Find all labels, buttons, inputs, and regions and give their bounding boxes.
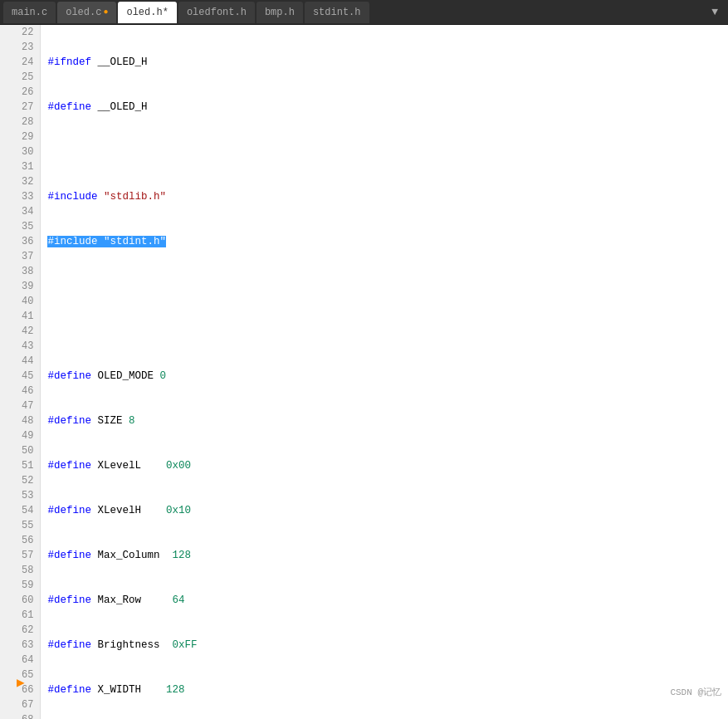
code-content[interactable]: #ifndef __OLED_H #define __OLED_H #inclu… <box>41 25 728 719</box>
code-line-31: #define XLevelL 0x00 <box>47 458 728 473</box>
code-line-35: #define Brightness 0xFF <box>47 638 728 653</box>
tab-label: oled.h* <box>126 7 168 18</box>
code-line-22: #ifndef __OLED_H <box>47 55 728 70</box>
tab-oled-h[interactable]: oled.h* <box>118 2 176 23</box>
code-line-29: #define OLED_MODE 0 <box>47 369 728 384</box>
watermark: CSDN @记忆 <box>670 686 721 698</box>
code-area: 22 23 24 25 26 27 28 29 30 31 32 33 34 3… <box>0 25 728 719</box>
tab-label: bmp.h <box>265 7 295 18</box>
tab-bmp-h[interactable]: bmp.h <box>257 2 303 23</box>
code-line-36: #define X_WIDTH 128 <box>47 682 728 697</box>
code-line-34: #define Max_Row 64 <box>47 593 728 608</box>
tab-dropdown-button[interactable]: ▼ <box>705 6 725 18</box>
code-line-32: #define XLevelH 0x10 <box>47 503 728 518</box>
editor-container: main.c oled.c● oled.h* oledfont.h bmp.h … <box>0 0 728 719</box>
code-line-27 <box>47 279 728 294</box>
tab-label: stdint.h <box>313 7 361 18</box>
tab-main-c[interactable]: main.c <box>3 2 56 23</box>
code-line-25: #include "stdlib.h" <box>47 189 728 204</box>
tab-stdint-h[interactable]: stdint.h <box>305 2 369 23</box>
arrow-gutter <box>0 25 15 719</box>
tab-label: oled.c <box>66 7 101 18</box>
code-line-28 <box>47 324 728 339</box>
line-numbers: 22 23 24 25 26 27 28 29 30 31 32 33 34 3… <box>15 25 40 719</box>
code-line-33: #define Max_Column 128 <box>47 548 728 563</box>
line-gutter: 22 23 24 25 26 27 28 29 30 31 32 33 34 3… <box>0 25 41 719</box>
tab-bar: main.c oled.c● oled.h* oledfont.h bmp.h … <box>0 0 728 25</box>
code-line-24 <box>47 144 728 159</box>
tab-oledfont-h[interactable]: oledfont.h <box>178 2 255 23</box>
tab-oled-c[interactable]: oled.c● <box>57 2 116 23</box>
code-line-23: #define __OLED_H <box>47 100 728 115</box>
line-arrow-indicator: ▶ <box>17 674 25 691</box>
code-line-30: #define SIZE 8 <box>47 413 728 428</box>
tab-label: oledfont.h <box>187 7 247 18</box>
tab-label: main.c <box>12 7 47 18</box>
code-line-26: #include "stdint.h" <box>47 234 728 249</box>
